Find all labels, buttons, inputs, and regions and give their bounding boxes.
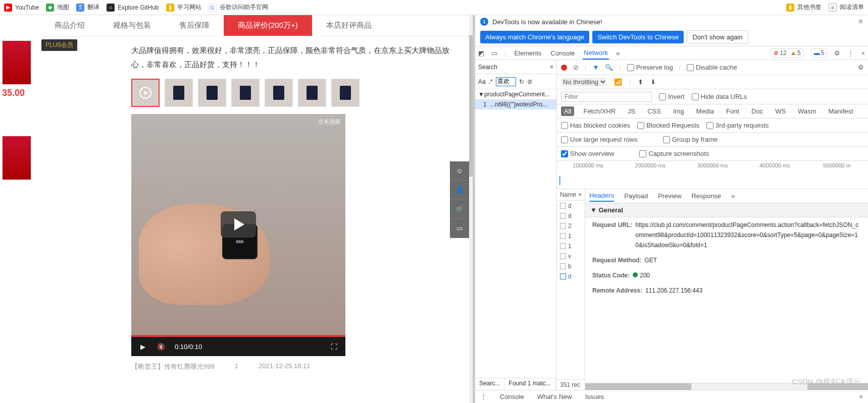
bookmark-study[interactable]: ▮学习网站	[166, 3, 201, 12]
dtab-headers[interactable]: Headers	[589, 190, 614, 202]
tab-intro[interactable]: 商品介绍	[40, 15, 99, 36]
invert-checkbox[interactable]: Invert	[659, 93, 685, 100]
blocked-cookies-checkbox[interactable]: Has blocked cookies	[561, 122, 630, 129]
float-cart-icon[interactable]: 🛒	[450, 200, 469, 219]
preserve-log-checkbox[interactable]: Preserve log	[627, 64, 673, 71]
drawer-issues[interactable]: Issues	[585, 393, 604, 400]
float-chat-icon[interactable]: ☺	[450, 161, 469, 181]
tree-result[interactable]: 1 ...nt98(('"jwotestPro...	[475, 99, 556, 109]
tab-network[interactable]: Network	[583, 47, 609, 60]
fullscreen-icon[interactable]: ⛶	[329, 342, 338, 351]
more-dtabs-icon[interactable]: »	[731, 192, 735, 200]
kebab-icon[interactable]: ⋮	[847, 49, 854, 57]
close-icon[interactable]: ×	[858, 17, 863, 26]
thumb-3[interactable]	[231, 79, 260, 107]
dtab-response[interactable]: Response	[691, 191, 721, 201]
thumb-6[interactable]	[331, 79, 360, 107]
network-timeline[interactable]: 1000000 ms 2000000 ms 3000000 ms 4000000…	[557, 161, 868, 189]
issues-count[interactable]: ▬5	[811, 48, 828, 57]
bookmark-maps[interactable]: ◆地图	[46, 3, 69, 12]
req-row[interactable]: 1	[557, 241, 585, 251]
ftype-doc[interactable]: Doc	[748, 106, 766, 116]
case-icon[interactable]: Aa	[478, 78, 486, 85]
refresh-icon[interactable]: ↻	[519, 78, 524, 85]
search-close-icon[interactable]: ×	[550, 64, 553, 71]
regex-icon[interactable]: .*	[489, 78, 493, 85]
lang-match-button[interactable]: Always match Chrome's language	[480, 31, 589, 43]
lang-dont-button[interactable]: Don't show again	[687, 30, 748, 44]
capture-screenshots-checkbox[interactable]: Capture screenshots	[639, 150, 709, 157]
show-overview-checkbox[interactable]: Show overview	[561, 150, 614, 157]
tab-elements[interactable]: Elements	[513, 47, 542, 59]
play-icon[interactable]: ▶	[138, 342, 147, 351]
req-row[interactable]: d	[557, 211, 585, 221]
thumb-2[interactable]	[198, 79, 226, 107]
thumb-video[interactable]	[131, 79, 160, 107]
close-detail-icon[interactable]: ×	[578, 191, 582, 198]
promo-image-1[interactable]	[2, 40, 31, 85]
req-row[interactable]: d	[557, 201, 585, 211]
dtab-payload[interactable]: Payload	[624, 191, 648, 201]
record-button[interactable]	[561, 65, 567, 71]
video-play-button[interactable]	[221, 211, 256, 238]
float-user-icon[interactable]: 👤	[450, 181, 469, 200]
group-frame-checkbox[interactable]: Group by frame	[663, 136, 718, 143]
download-icon[interactable]: ⬇	[650, 78, 656, 86]
lang-switch-button[interactable]: Switch DevTools to Chinese	[592, 31, 684, 43]
search-icon[interactable]: 🔍	[605, 64, 613, 71]
bookmark-youtube[interactable]: ▶YouTube	[4, 4, 39, 12]
bookmark-github[interactable]: ○Explore GitHub	[107, 4, 159, 12]
req-row[interactable]: b	[557, 261, 585, 271]
close-devtools-icon[interactable]: ×	[861, 49, 865, 57]
ftype-all[interactable]: All	[561, 106, 574, 116]
clear-icon[interactable]: ⊘	[527, 78, 532, 85]
ftype-wasm[interactable]: Wasm	[795, 106, 819, 116]
reqlist-header[interactable]: Name	[560, 191, 576, 198]
blocked-req-checkbox[interactable]: Blocked Requests	[637, 122, 699, 129]
drawer-menu-icon[interactable]: ⋮	[480, 393, 487, 400]
ftype-js[interactable]: JS	[625, 106, 638, 116]
bookmark-readinglist[interactable]: ≡阅读清单	[829, 3, 864, 12]
clear-button[interactable]: ⊘	[573, 64, 579, 71]
hide-dataurls-checkbox[interactable]: Hide data URLs	[692, 93, 747, 100]
wifi-icon[interactable]: 📶	[614, 78, 622, 86]
req-row[interactable]: 2	[557, 221, 585, 231]
inspect-icon[interactable]: ◩	[478, 49, 484, 57]
bookmark-other[interactable]: ▮其他书签	[786, 3, 822, 12]
filter-input[interactable]	[561, 92, 652, 102]
bookmark-ghelper[interactable]: G谷歌访问助手官网	[209, 3, 268, 12]
tab-console[interactable]: Console	[550, 47, 576, 59]
tab-goodreviews[interactable]: 本店好评商品	[312, 15, 386, 36]
upload-icon[interactable]: ⬆	[638, 78, 643, 86]
thumb-5[interactable]	[298, 79, 326, 107]
section-general[interactable]: ▼ General	[585, 203, 868, 217]
search-input[interactable]	[496, 77, 516, 86]
req-row[interactable]: 1	[557, 231, 585, 241]
float-coupon-icon[interactable]: ▭	[450, 219, 469, 238]
tab-aftersale[interactable]: 售后保障	[165, 15, 224, 36]
third-party-checkbox[interactable]: 3rd-party requests	[706, 122, 769, 129]
tree-parent[interactable]: ▼ productPageComment...	[475, 89, 556, 99]
ftype-fetch[interactable]: Fetch/XHR	[580, 106, 619, 116]
gear-icon[interactable]: ⚙	[834, 49, 840, 57]
network-gear-icon[interactable]: ⚙	[858, 64, 864, 71]
detail-hscroll[interactable]	[585, 383, 868, 390]
device-icon[interactable]: ▭	[491, 49, 497, 57]
disable-cache-checkbox[interactable]: Disable cache	[687, 64, 737, 71]
throttling-select[interactable]: No throttling	[561, 78, 607, 86]
drawer-console[interactable]: Console	[500, 393, 524, 400]
ftype-media[interactable]: Media	[693, 106, 717, 116]
drawer-whatsnew[interactable]: What's New	[537, 393, 572, 400]
error-count[interactable]: ⊗12 ▲5	[771, 48, 803, 57]
req-row[interactable]: v	[557, 251, 585, 261]
tab-reviews[interactable]: 商品评价(200万+)	[224, 15, 312, 36]
page-scrollbar[interactable]	[469, 15, 473, 403]
ftype-manifest[interactable]: Manifest	[825, 106, 856, 116]
ftype-img[interactable]: Img	[670, 106, 687, 116]
ftype-css[interactable]: CSS	[644, 106, 664, 116]
filter-icon[interactable]: ▼	[592, 64, 599, 71]
thumb-1[interactable]	[165, 79, 193, 107]
large-rows-checkbox[interactable]: Use large request rows	[561, 136, 638, 143]
thumb-4[interactable]	[265, 79, 293, 107]
dtab-preview[interactable]: Preview	[658, 191, 681, 201]
